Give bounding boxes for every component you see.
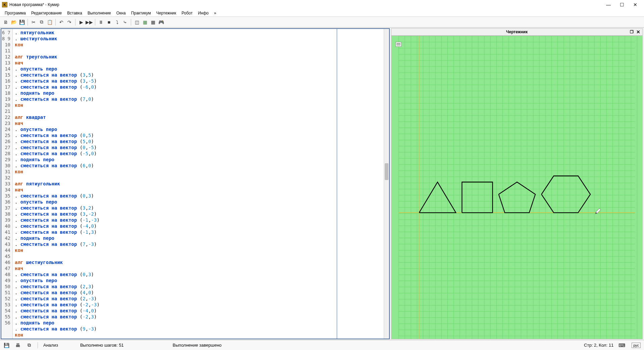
drawer-title-text: Чертежник xyxy=(506,30,528,34)
drawer-pane: Чертежник ❐ ✕ xyxy=(391,28,643,339)
drawer-titlebar: Чертежник ❐ ✕ xyxy=(391,28,643,36)
maximize-button[interactable]: ☐ xyxy=(615,1,629,9)
redo-icon[interactable]: ↷ xyxy=(66,18,73,26)
canvas-menu-icon[interactable] xyxy=(395,42,401,47)
status-language[interactable]: рус xyxy=(632,343,641,348)
drawer-close-icon[interactable]: ✕ xyxy=(636,29,640,35)
separator xyxy=(28,19,28,26)
line-gutter: 6 7 8 9 10 11 12 13 14 15 16 17 18 19 20… xyxy=(1,29,13,339)
separator xyxy=(75,19,75,26)
titlebar: K Новая программа* - Кумир — ☐ ✕ xyxy=(0,0,644,9)
run-icon[interactable]: ▶ xyxy=(77,18,85,26)
save-file-icon[interactable]: 💾 xyxy=(18,18,25,26)
sb-keyboard-icon[interactable]: ⌨ xyxy=(619,342,625,348)
paste-icon[interactable]: 📋 xyxy=(46,18,53,26)
status-cursor-pos: Стр: 2, Кол: 11 xyxy=(584,343,613,348)
run-fast-icon[interactable]: ▶▶ xyxy=(86,18,93,26)
sb-copy-icon[interactable]: ⧉ xyxy=(26,342,32,348)
toolbar: 🗎 📂 💾 ✂ ⧉ 📋 ↶ ↷ ▶ ▶▶ ⏸ ■ ⤵ ⤷ ◫ ▦ ▦ 🎮 xyxy=(0,17,644,28)
stop-icon[interactable]: ■ xyxy=(105,18,113,26)
window-title: Новая программа* - Кумир xyxy=(9,2,602,7)
separator xyxy=(95,19,95,26)
copy-icon[interactable]: ⧉ xyxy=(38,18,45,26)
step-over-icon[interactable]: ⤷ xyxy=(121,18,129,26)
code-editor[interactable]: . пятиугольник . шестиугольник кон алг т… xyxy=(13,29,337,339)
drawing-canvas[interactable] xyxy=(391,36,643,339)
minimize-button[interactable]: — xyxy=(602,1,615,9)
separator xyxy=(131,19,131,26)
status-finished: Выполнение завершено xyxy=(173,343,222,348)
undo-icon[interactable]: ↶ xyxy=(58,18,65,26)
drawer-maximize-icon[interactable]: ❐ xyxy=(630,30,634,34)
app-icon: K xyxy=(2,2,7,7)
menu-4[interactable]: Окна xyxy=(114,10,128,16)
menu-5[interactable]: Практикум xyxy=(128,10,154,16)
editor-scrollbar[interactable] xyxy=(384,29,389,339)
menu-0[interactable]: Программа xyxy=(2,10,29,16)
cut-icon[interactable]: ✂ xyxy=(30,18,37,26)
canvas-svg xyxy=(391,36,642,339)
separator xyxy=(55,19,56,26)
menubar: ПрограммаРедактированиеВставкаВыполнение… xyxy=(0,9,644,17)
menu-2[interactable]: Вставка xyxy=(64,10,85,16)
menu-7[interactable]: Робот xyxy=(179,10,195,16)
status-steps: Выполнено шагов: 51 xyxy=(80,343,124,348)
statusbar: 💾 🖶 ⧉ Анализ Выполнено шагов: 51 Выполне… xyxy=(0,340,644,350)
menu-3[interactable]: Выполнение xyxy=(85,10,114,16)
status-analysis[interactable]: Анализ xyxy=(43,343,58,348)
close-button[interactable]: ✕ xyxy=(629,1,642,9)
menu-6[interactable]: Чертежник xyxy=(154,10,179,16)
sb-print-icon[interactable]: 🖶 xyxy=(15,342,21,348)
scrollbar-thumb[interactable] xyxy=(385,163,388,180)
menu-1[interactable]: Редактирование xyxy=(29,10,64,16)
menu-9[interactable]: » xyxy=(211,10,219,16)
editor-pane: 6 7 8 9 10 11 12 13 14 15 16 17 18 19 20… xyxy=(1,28,390,339)
step-into-icon[interactable]: ⤵ xyxy=(113,18,121,26)
robot-icon[interactable]: 🎮 xyxy=(157,18,165,26)
menu-8[interactable]: Инфо xyxy=(195,10,211,16)
pause-icon[interactable]: ⏸ xyxy=(97,18,105,26)
editor-side-pane xyxy=(337,29,384,339)
separator xyxy=(38,342,38,348)
toggle-panel-icon[interactable]: ◫ xyxy=(133,18,141,26)
new-file-icon[interactable]: 🗎 xyxy=(2,18,9,26)
sb-save-icon[interactable]: 💾 xyxy=(3,342,9,348)
open-file-icon[interactable]: 📂 xyxy=(10,18,17,26)
grid-green-icon[interactable]: ▦ xyxy=(141,18,149,26)
grid-dark-icon[interactable]: ▦ xyxy=(149,18,157,26)
